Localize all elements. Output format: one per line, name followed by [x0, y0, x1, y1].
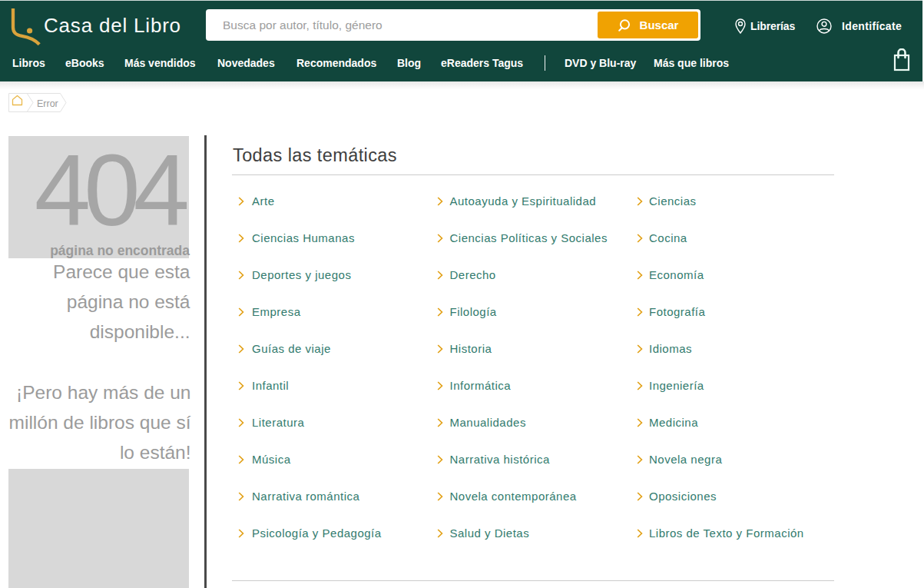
svg-text:Error: Error	[37, 98, 58, 109]
